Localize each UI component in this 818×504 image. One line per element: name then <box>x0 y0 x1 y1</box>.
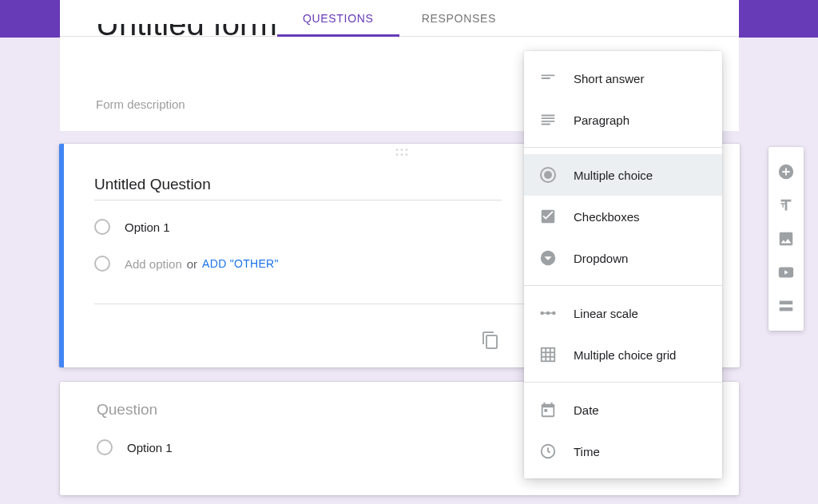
checkbox-icon <box>538 207 558 226</box>
or-text: or <box>187 257 197 271</box>
form-description-input[interactable]: Form description <box>96 97 185 111</box>
drag-handle-icon[interactable] <box>396 149 408 156</box>
type-dropdown[interactable]: Dropdown <box>524 237 722 279</box>
type-date[interactable]: Date <box>524 389 722 431</box>
form-title[interactable]: Untitled form <box>96 24 277 50</box>
calendar-icon <box>538 400 558 419</box>
svg-rect-5 <box>542 312 554 313</box>
short-answer-icon <box>538 69 558 88</box>
type-label: Dropdown <box>574 252 628 265</box>
add-title-button[interactable] <box>768 189 804 222</box>
divider <box>524 147 722 148</box>
paragraph-icon <box>538 110 558 129</box>
type-label: Short answer <box>574 72 644 85</box>
tab-responses[interactable]: RESPONSES <box>420 0 498 36</box>
add-image-button[interactable] <box>768 222 804 256</box>
type-label: Time <box>574 445 600 458</box>
question-type-dropdown: Short answer Paragraph Multiple choice C… <box>524 51 722 478</box>
type-grid[interactable]: Multiple choice grid <box>524 334 722 375</box>
type-paragraph[interactable]: Paragraph <box>524 99 722 141</box>
type-label: Multiple choice <box>574 169 653 182</box>
duplicate-icon[interactable] <box>481 331 500 350</box>
dropdown-icon <box>538 248 558 268</box>
radio-icon <box>97 439 113 455</box>
option-text[interactable]: Option 1 <box>125 220 170 234</box>
type-label: Multiple choice grid <box>574 348 676 362</box>
option-text: Option 1 <box>127 441 173 454</box>
type-multiple-choice[interactable]: Multiple choice <box>524 154 722 196</box>
clock-icon <box>538 442 558 461</box>
tab-questions[interactable]: QUESTIONS <box>301 0 375 36</box>
radio-icon <box>94 256 110 272</box>
svg-rect-6 <box>542 348 555 362</box>
type-label: Linear scale <box>574 307 638 320</box>
type-time[interactable]: Time <box>524 431 722 472</box>
divider <box>524 285 722 286</box>
type-short-answer[interactable]: Short answer <box>524 58 722 99</box>
radio-icon <box>94 219 110 235</box>
svg-rect-11 <box>544 409 547 412</box>
floating-toolbar <box>768 147 804 331</box>
type-linear-scale[interactable]: Linear scale <box>524 292 722 334</box>
add-option-row: Add option or ADD "OTHER" <box>94 256 279 272</box>
add-other-link[interactable]: ADD "OTHER" <box>202 257 279 270</box>
add-video-button[interactable] <box>768 256 804 289</box>
divider <box>524 382 722 383</box>
svg-rect-16 <box>780 308 793 312</box>
type-label: Date <box>574 403 599 417</box>
grid-icon <box>538 345 558 364</box>
add-option-placeholder[interactable]: Add option <box>125 257 182 271</box>
question-title-input[interactable] <box>94 176 502 200</box>
type-checkboxes[interactable]: Checkboxes <box>524 196 722 237</box>
add-section-button[interactable] <box>768 289 804 323</box>
svg-rect-15 <box>780 301 793 305</box>
option-row: Option 1 <box>94 219 170 235</box>
radio-selected-icon <box>538 165 558 185</box>
type-label: Paragraph <box>574 113 629 127</box>
linear-scale-icon <box>538 304 558 323</box>
type-label: Checkboxes <box>574 210 640 224</box>
add-question-button[interactable] <box>768 155 804 189</box>
